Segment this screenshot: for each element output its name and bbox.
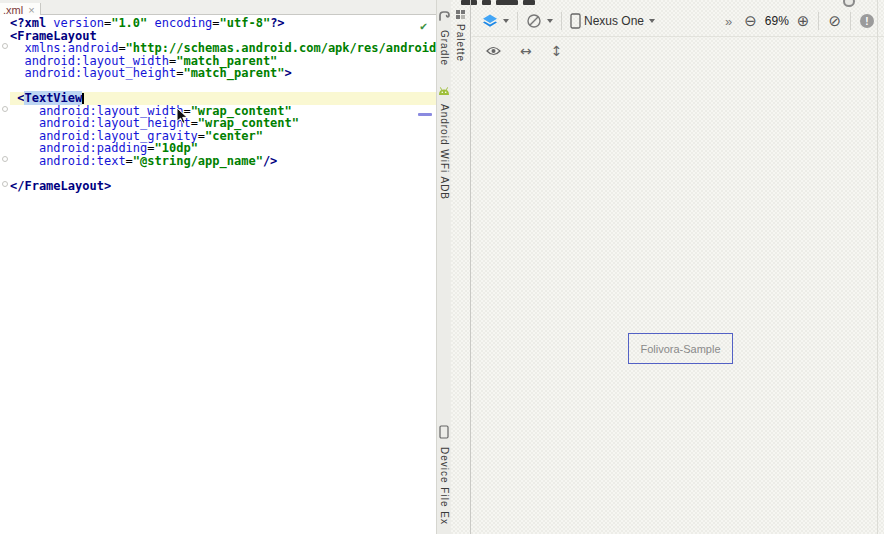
scrollbar-selection-mark [418, 113, 432, 116]
palette-tab[interactable]: Palette [451, 0, 471, 534]
design-toolbar: Nexus One » ⊖ 69% ⊕ ⊘ ! [472, 6, 884, 37]
design-toolbar-row2: ↔ ↕ [472, 38, 884, 64]
zoom-reset-button[interactable]: ⊘ [828, 14, 841, 29]
android-icon [438, 82, 450, 100]
tool-tab-device-file-ex[interactable]: Device File Ex [439, 425, 450, 525]
text-caret [82, 93, 84, 104]
mouse-pointer-icon [176, 107, 189, 125]
gradle-icon [438, 8, 451, 26]
fold-marker[interactable] [2, 181, 8, 187]
design-surface-mode-button[interactable] [482, 14, 509, 28]
toolbar-separator [561, 12, 562, 30]
code-line[interactable]: android:layout_height="match_parent"> [10, 67, 436, 80]
code-editor-panel: .xml × <?xml version="1.0" encoding="utf… [0, 0, 436, 534]
warnings-button[interactable]: ! [860, 14, 874, 28]
swap-height-button[interactable]: ↕ [551, 44, 563, 58]
palette-tab-label: Palette [455, 24, 466, 62]
phone-icon [570, 13, 581, 29]
fold-marker[interactable] [2, 156, 8, 162]
code-line[interactable]: </FrameLayout> [10, 180, 436, 193]
toolbar-separator [517, 12, 518, 30]
preview-textview[interactable]: Folivora-Sample [628, 333, 733, 364]
zoom-out-button[interactable]: ⊖ [744, 14, 757, 29]
chevron-down-icon [503, 19, 509, 23]
editor-gutter [0, 15, 10, 534]
tool-window-tabs-top: GradleAndroid WiFi ADB [437, 8, 451, 200]
orientation-icon [526, 13, 542, 29]
editor-body[interactable]: <?xml version="1.0" encoding="utf-8"?><F… [0, 15, 436, 534]
tool-tab-gradle[interactable]: Gradle [438, 8, 451, 66]
tool-window-bar: GradleAndroid WiFi ADB Device File Ex [436, 0, 451, 534]
tool-window-tabs-bottom: Device File Ex [437, 425, 451, 525]
device-icon [439, 425, 449, 443]
design-main: Nexus One » ⊖ 69% ⊕ ⊘ ! ↔ ↕ [472, 0, 884, 534]
device-selector-label: Nexus One [584, 14, 644, 28]
fold-marker[interactable] [2, 106, 8, 112]
toolbar-separator [850, 12, 851, 30]
zoom-level: 69% [765, 14, 789, 28]
tool-tab-android-wifi-adb[interactable]: Android WiFi ADB [438, 82, 450, 200]
code-area[interactable]: <?xml version="1.0" encoding="utf-8"?><F… [10, 17, 436, 192]
tool-tab-label: Gradle [439, 30, 450, 66]
swap-width-button[interactable]: ↔ [520, 44, 532, 58]
toolbar-overflow-button[interactable]: » [725, 14, 730, 29]
chevron-down-icon [649, 19, 655, 23]
editor-tab-bar: .xml × [0, 0, 436, 15]
orientation-button[interactable] [526, 13, 553, 29]
toolbar-separator [818, 12, 819, 30]
design-preview-panel: Palette [451, 0, 884, 534]
zoom-in-button[interactable]: ⊕ [797, 14, 810, 29]
view-options-eye-icon[interactable] [486, 46, 501, 56]
code-line[interactable]: android:text="@string/app_name"/> [10, 155, 436, 168]
inspection-ok-icon: ✔ [420, 19, 427, 33]
palette-icon [455, 9, 466, 20]
device-selector[interactable]: Nexus One [570, 13, 655, 29]
tool-tab-label: Device File Ex [439, 447, 450, 525]
android-studio-window: .xml × <?xml version="1.0" encoding="utf… [0, 0, 884, 534]
fold-marker[interactable] [2, 43, 8, 49]
layers-icon [482, 14, 498, 28]
tool-tab-label: Android WiFi ADB [439, 104, 450, 200]
chevron-down-icon [547, 19, 553, 23]
